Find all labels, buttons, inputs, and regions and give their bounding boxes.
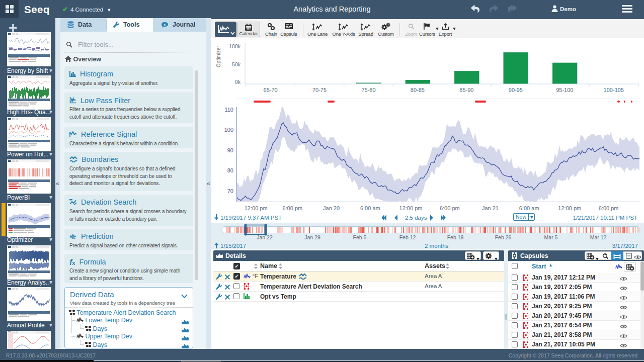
- svg-text:100: 100: [224, 127, 233, 133]
- svg-text:6:00 pm: 6:00 pm: [440, 205, 460, 211]
- svg-text:6:00 pm: 6:00 pm: [599, 205, 619, 211]
- svg-text:90: 90: [227, 147, 233, 153]
- svg-text:12:00 pm: 12:00 pm: [558, 205, 581, 211]
- svg-text:12:00 pm: 12:00 pm: [399, 205, 423, 211]
- svg-text:80: 80: [227, 167, 233, 173]
- svg-text:Jan 20: Jan 20: [323, 205, 340, 211]
- svg-text:6:00 am: 6:00 am: [519, 205, 539, 211]
- svg-text:100k: 100k: [229, 43, 241, 49]
- svg-text:Jan 21: Jan 21: [482, 205, 499, 211]
- svg-text:0k: 0k: [235, 79, 241, 85]
- svg-text:110: 110: [224, 107, 233, 113]
- svg-text:70: 70: [227, 188, 233, 194]
- svg-text:6:00 am: 6:00 am: [360, 205, 380, 211]
- svg-text:50k: 50k: [232, 61, 241, 67]
- svg-text:12:00 pm: 12:00 pm: [245, 205, 268, 211]
- svg-text:6:00 pm: 6:00 pm: [282, 205, 302, 211]
